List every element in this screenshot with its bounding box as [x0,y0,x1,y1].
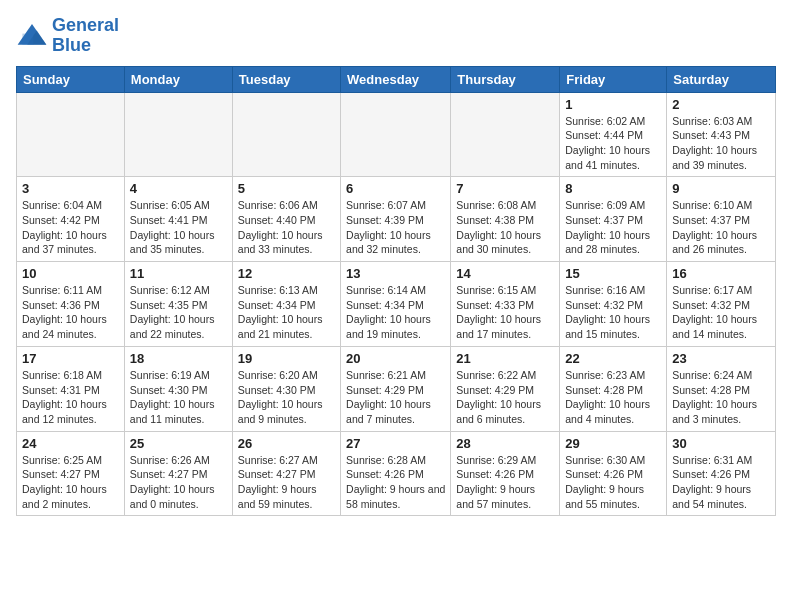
calendar-cell [17,92,125,177]
calendar-cell [451,92,560,177]
day-number: 15 [565,266,661,281]
header-monday: Monday [124,66,232,92]
day-info: Sunrise: 6:25 AM Sunset: 4:27 PM Dayligh… [22,453,119,512]
calendar-cell: 24Sunrise: 6:25 AM Sunset: 4:27 PM Dayli… [17,431,125,516]
header-wednesday: Wednesday [341,66,451,92]
day-number: 24 [22,436,119,451]
calendar-cell: 8Sunrise: 6:09 AM Sunset: 4:37 PM Daylig… [560,177,667,262]
logo-text: General Blue [52,16,119,56]
calendar-cell: 23Sunrise: 6:24 AM Sunset: 4:28 PM Dayli… [667,346,776,431]
day-info: Sunrise: 6:22 AM Sunset: 4:29 PM Dayligh… [456,368,554,427]
header-saturday: Saturday [667,66,776,92]
calendar-week-5: 24Sunrise: 6:25 AM Sunset: 4:27 PM Dayli… [17,431,776,516]
calendar-cell: 18Sunrise: 6:19 AM Sunset: 4:30 PM Dayli… [124,346,232,431]
day-info: Sunrise: 6:03 AM Sunset: 4:43 PM Dayligh… [672,114,770,173]
day-info: Sunrise: 6:16 AM Sunset: 4:32 PM Dayligh… [565,283,661,342]
day-number: 19 [238,351,335,366]
page-header: General Blue [16,16,776,56]
day-number: 11 [130,266,227,281]
calendar-cell: 11Sunrise: 6:12 AM Sunset: 4:35 PM Dayli… [124,262,232,347]
day-number: 28 [456,436,554,451]
calendar-cell: 25Sunrise: 6:26 AM Sunset: 4:27 PM Dayli… [124,431,232,516]
calendar-cell: 7Sunrise: 6:08 AM Sunset: 4:38 PM Daylig… [451,177,560,262]
calendar-header-row: SundayMondayTuesdayWednesdayThursdayFrid… [17,66,776,92]
day-number: 22 [565,351,661,366]
calendar-cell: 4Sunrise: 6:05 AM Sunset: 4:41 PM Daylig… [124,177,232,262]
day-number: 25 [130,436,227,451]
day-info: Sunrise: 6:13 AM Sunset: 4:34 PM Dayligh… [238,283,335,342]
calendar-cell: 27Sunrise: 6:28 AM Sunset: 4:26 PM Dayli… [341,431,451,516]
day-info: Sunrise: 6:27 AM Sunset: 4:27 PM Dayligh… [238,453,335,512]
day-info: Sunrise: 6:29 AM Sunset: 4:26 PM Dayligh… [456,453,554,512]
calendar-cell: 1Sunrise: 6:02 AM Sunset: 4:44 PM Daylig… [560,92,667,177]
header-thursday: Thursday [451,66,560,92]
calendar-cell: 10Sunrise: 6:11 AM Sunset: 4:36 PM Dayli… [17,262,125,347]
day-number: 10 [22,266,119,281]
calendar-cell: 5Sunrise: 6:06 AM Sunset: 4:40 PM Daylig… [232,177,340,262]
calendar-cell: 26Sunrise: 6:27 AM Sunset: 4:27 PM Dayli… [232,431,340,516]
header-sunday: Sunday [17,66,125,92]
calendar-week-1: 1Sunrise: 6:02 AM Sunset: 4:44 PM Daylig… [17,92,776,177]
day-info: Sunrise: 6:04 AM Sunset: 4:42 PM Dayligh… [22,198,119,257]
calendar-cell [232,92,340,177]
header-friday: Friday [560,66,667,92]
day-info: Sunrise: 6:02 AM Sunset: 4:44 PM Dayligh… [565,114,661,173]
calendar-cell: 29Sunrise: 6:30 AM Sunset: 4:26 PM Dayli… [560,431,667,516]
day-number: 13 [346,266,445,281]
calendar-cell: 28Sunrise: 6:29 AM Sunset: 4:26 PM Dayli… [451,431,560,516]
calendar-week-4: 17Sunrise: 6:18 AM Sunset: 4:31 PM Dayli… [17,346,776,431]
day-info: Sunrise: 6:12 AM Sunset: 4:35 PM Dayligh… [130,283,227,342]
day-number: 16 [672,266,770,281]
day-number: 9 [672,181,770,196]
calendar-cell: 16Sunrise: 6:17 AM Sunset: 4:32 PM Dayli… [667,262,776,347]
calendar-cell [124,92,232,177]
day-number: 20 [346,351,445,366]
day-info: Sunrise: 6:31 AM Sunset: 4:26 PM Dayligh… [672,453,770,512]
day-number: 2 [672,97,770,112]
day-number: 5 [238,181,335,196]
day-info: Sunrise: 6:08 AM Sunset: 4:38 PM Dayligh… [456,198,554,257]
day-info: Sunrise: 6:06 AM Sunset: 4:40 PM Dayligh… [238,198,335,257]
day-info: Sunrise: 6:14 AM Sunset: 4:34 PM Dayligh… [346,283,445,342]
calendar-cell: 15Sunrise: 6:16 AM Sunset: 4:32 PM Dayli… [560,262,667,347]
calendar-cell: 9Sunrise: 6:10 AM Sunset: 4:37 PM Daylig… [667,177,776,262]
calendar-cell: 2Sunrise: 6:03 AM Sunset: 4:43 PM Daylig… [667,92,776,177]
day-number: 6 [346,181,445,196]
day-number: 21 [456,351,554,366]
calendar-cell: 12Sunrise: 6:13 AM Sunset: 4:34 PM Dayli… [232,262,340,347]
day-info: Sunrise: 6:24 AM Sunset: 4:28 PM Dayligh… [672,368,770,427]
day-number: 18 [130,351,227,366]
calendar-cell: 14Sunrise: 6:15 AM Sunset: 4:33 PM Dayli… [451,262,560,347]
day-number: 14 [456,266,554,281]
day-info: Sunrise: 6:20 AM Sunset: 4:30 PM Dayligh… [238,368,335,427]
calendar-cell: 19Sunrise: 6:20 AM Sunset: 4:30 PM Dayli… [232,346,340,431]
calendar-cell: 17Sunrise: 6:18 AM Sunset: 4:31 PM Dayli… [17,346,125,431]
logo: General Blue [16,16,119,56]
calendar-week-3: 10Sunrise: 6:11 AM Sunset: 4:36 PM Dayli… [17,262,776,347]
day-info: Sunrise: 6:18 AM Sunset: 4:31 PM Dayligh… [22,368,119,427]
day-info: Sunrise: 6:05 AM Sunset: 4:41 PM Dayligh… [130,198,227,257]
day-number: 17 [22,351,119,366]
day-number: 30 [672,436,770,451]
calendar-cell: 21Sunrise: 6:22 AM Sunset: 4:29 PM Dayli… [451,346,560,431]
day-info: Sunrise: 6:21 AM Sunset: 4:29 PM Dayligh… [346,368,445,427]
day-info: Sunrise: 6:19 AM Sunset: 4:30 PM Dayligh… [130,368,227,427]
calendar-week-2: 3Sunrise: 6:04 AM Sunset: 4:42 PM Daylig… [17,177,776,262]
day-number: 4 [130,181,227,196]
day-info: Sunrise: 6:09 AM Sunset: 4:37 PM Dayligh… [565,198,661,257]
calendar-cell: 20Sunrise: 6:21 AM Sunset: 4:29 PM Dayli… [341,346,451,431]
calendar-cell: 13Sunrise: 6:14 AM Sunset: 4:34 PM Dayli… [341,262,451,347]
day-number: 29 [565,436,661,451]
calendar-cell: 6Sunrise: 6:07 AM Sunset: 4:39 PM Daylig… [341,177,451,262]
calendar-cell [341,92,451,177]
day-number: 7 [456,181,554,196]
day-number: 12 [238,266,335,281]
day-info: Sunrise: 6:11 AM Sunset: 4:36 PM Dayligh… [22,283,119,342]
day-info: Sunrise: 6:07 AM Sunset: 4:39 PM Dayligh… [346,198,445,257]
day-info: Sunrise: 6:15 AM Sunset: 4:33 PM Dayligh… [456,283,554,342]
calendar-cell: 3Sunrise: 6:04 AM Sunset: 4:42 PM Daylig… [17,177,125,262]
day-number: 1 [565,97,661,112]
svg-rect-2 [22,33,33,44]
day-number: 23 [672,351,770,366]
day-info: Sunrise: 6:17 AM Sunset: 4:32 PM Dayligh… [672,283,770,342]
